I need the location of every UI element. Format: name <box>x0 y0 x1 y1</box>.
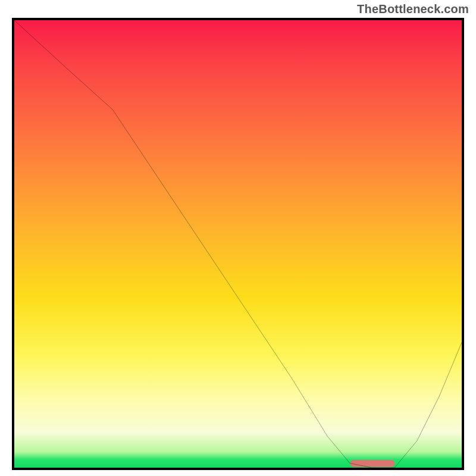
attribution-text: TheBottleneck.com <box>357 2 469 16</box>
chart-container: TheBottleneck.com <box>0 0 476 476</box>
plot-area <box>12 18 464 470</box>
curve-path <box>14 20 462 468</box>
bottleneck-curve <box>14 20 462 468</box>
